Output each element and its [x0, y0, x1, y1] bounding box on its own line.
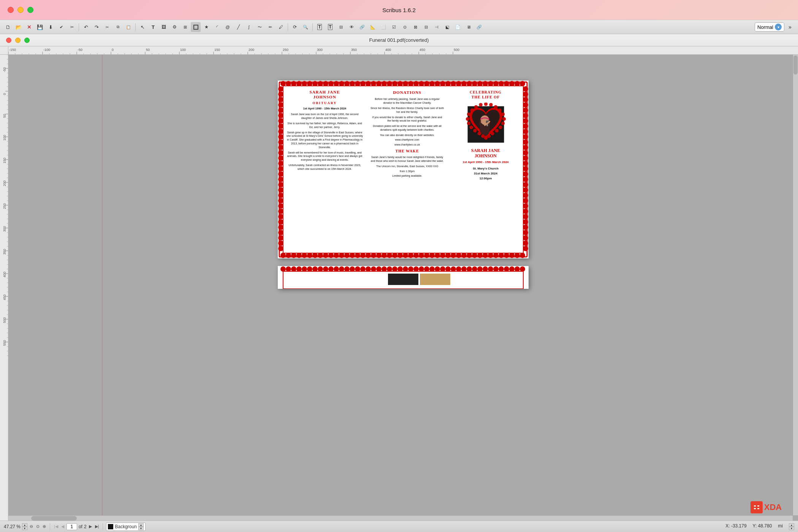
page-first-button[interactable]: |◀ [53, 524, 59, 529]
zoom-in-button[interactable]: ⊕ [42, 524, 47, 529]
pdf-field-tool[interactable]: ☑ [389, 22, 399, 32]
hyperlink-tool[interactable]: 🔗 [474, 22, 484, 32]
svg-point-73 [413, 253, 419, 258]
open-button[interactable]: 📂 [14, 22, 24, 32]
svg-point-13 [339, 81, 344, 86]
layers-tool[interactable]: ⬕ [442, 22, 452, 32]
preflight-tool[interactable]: 📄 [453, 22, 463, 32]
scrollbar-thumb-h[interactable] [31, 516, 77, 521]
layer-name: Backgroun [115, 524, 136, 529]
page-prev-button[interactable]: ◀ [60, 524, 65, 529]
rect-tool[interactable] [191, 22, 201, 32]
page-last-button[interactable]: ▶| [94, 524, 100, 529]
star-tool[interactable]: ★ [201, 22, 211, 32]
align-tool[interactable]: ⊟ [421, 22, 431, 32]
ruler-vertical [0, 55, 8, 521]
zoom-stepper[interactable]: ▲ ▼ [22, 523, 27, 530]
eyedropper-tool[interactable]: 👁 [347, 22, 356, 32]
rotate-tool[interactable]: ⟳ [290, 22, 300, 32]
svg-point-35 [456, 81, 461, 86]
svg-point-214 [424, 266, 429, 272]
more-button[interactable]: » [785, 22, 795, 32]
cut-button[interactable]: ✂ [102, 22, 112, 32]
link-tool[interactable]: 🔗 [357, 22, 367, 32]
close-button[interactable] [8, 7, 14, 13]
zoom-fit-button[interactable]: ⊙ [35, 524, 40, 529]
spiral-tool[interactable]: @ [223, 22, 233, 32]
maximize-button[interactable] [27, 7, 33, 13]
export-button[interactable]: ⬇ [46, 22, 55, 32]
columns-tool[interactable]: ⊟ [336, 22, 346, 32]
svg-point-28 [419, 81, 424, 86]
scrollbar-horizontal[interactable] [8, 515, 793, 521]
distribute-tool[interactable]: ⊣ [432, 22, 442, 32]
undo-button[interactable]: ↶ [81, 22, 91, 32]
save-button[interactable]: 💾 [35, 22, 45, 32]
scrollbar-thumb-v[interactable] [793, 55, 798, 74]
doc-minimize-button[interactable] [15, 38, 21, 43]
zoom-out-button[interactable]: ⊖ [29, 524, 34, 529]
image-tool[interactable]: 🖼 [159, 22, 169, 32]
table-tool[interactable]: ⊞ [180, 22, 190, 32]
unit-stepper[interactable]: ▲ ▼ [789, 523, 794, 530]
select-tool[interactable]: ↖ [138, 22, 147, 32]
doc-maximize-button[interactable] [24, 38, 30, 43]
svg-point-74 [419, 253, 424, 258]
freehand-tool[interactable]: ✏ [265, 22, 275, 32]
layer-down-button[interactable]: ▼ [138, 527, 144, 530]
copy-button[interactable]: ⧉ [113, 22, 123, 32]
check-button[interactable]: ✔ [56, 22, 66, 32]
calligraphy-tool[interactable]: 🖊 [276, 22, 286, 32]
unit-down-button[interactable]: ▼ [789, 527, 794, 530]
status-separator2 [103, 523, 103, 530]
paste-button[interactable]: 📋 [124, 22, 133, 32]
unit-up-button[interactable]: ▲ [789, 523, 794, 527]
pdf-settings-tool[interactable]: ⊙ [400, 22, 410, 32]
view-mode-dropdown[interactable]: Normal ▾ [755, 22, 784, 32]
rect-icon [193, 25, 198, 30]
hyperlink-icon: 🔗 [477, 25, 482, 30]
svg-point-167 [498, 108, 502, 112]
doc-close-button[interactable] [6, 38, 11, 43]
svg-point-225 [483, 266, 488, 272]
preview-tool[interactable]: 🖥 [464, 22, 473, 32]
line-tool[interactable]: ╱ [233, 22, 243, 32]
zoom-tool[interactable]: 🔍 [301, 22, 310, 32]
layer-stepper[interactable]: ▲ ▼ [138, 523, 144, 530]
zoom-up-button[interactable]: ▲ [22, 523, 27, 527]
minimize-button[interactable] [17, 7, 24, 13]
page-number-input[interactable] [66, 523, 77, 530]
page-next-button[interactable]: ▶ [88, 524, 93, 529]
open-icon: 📂 [16, 24, 22, 30]
textframe-tool[interactable]: T [315, 22, 325, 32]
text-tool[interactable]: T [148, 22, 158, 32]
svg-point-36 [461, 81, 467, 86]
new-button[interactable]: 🗋 [3, 22, 13, 32]
bezier-tool[interactable]: 〜 [255, 22, 264, 32]
pdf-export-tool[interactable]: ⊠ [410, 22, 420, 32]
scissors-button[interactable]: ✂ [67, 22, 77, 32]
close-button[interactable]: ✕ [24, 22, 34, 32]
svg-rect-235 [388, 274, 418, 285]
document-page-1[interactable]: SARAH JANE JOHNSON OBITUARY 1st April 19… [278, 81, 529, 258]
document-page-2[interactable] [278, 266, 529, 289]
measure-tool[interactable]: 📐 [368, 22, 378, 32]
canvas-area[interactable]: SARAH JANE JOHNSON OBITUARY 1st April 19… [8, 55, 798, 521]
export-icon: ⬇ [49, 24, 53, 30]
shape-tool[interactable]: ⚙ [169, 22, 179, 32]
redo-button[interactable]: ↷ [92, 22, 101, 32]
curve-tool[interactable]: ∫ [244, 22, 254, 32]
arc-tool[interactable]: ◜ [212, 22, 222, 32]
zoom-down-button[interactable]: ▼ [22, 527, 27, 530]
layer-selector[interactable]: Backgroun ▲ ▼ [106, 522, 145, 531]
svg-point-194 [318, 266, 323, 272]
layer-up-button[interactable]: ▲ [138, 523, 144, 527]
arrow-icon: ↖ [141, 24, 145, 30]
svg-point-200 [350, 266, 355, 272]
linkedtext-tool[interactable]: T [325, 22, 335, 32]
scrollbar-vertical[interactable] [793, 55, 798, 515]
obj-props-tool[interactable]: ⬜ [378, 22, 388, 32]
svg-point-11 [328, 81, 334, 86]
scissors-icon: ✂ [70, 25, 74, 30]
para3: Sarah grew up in the village of Stonevil… [286, 131, 363, 149]
